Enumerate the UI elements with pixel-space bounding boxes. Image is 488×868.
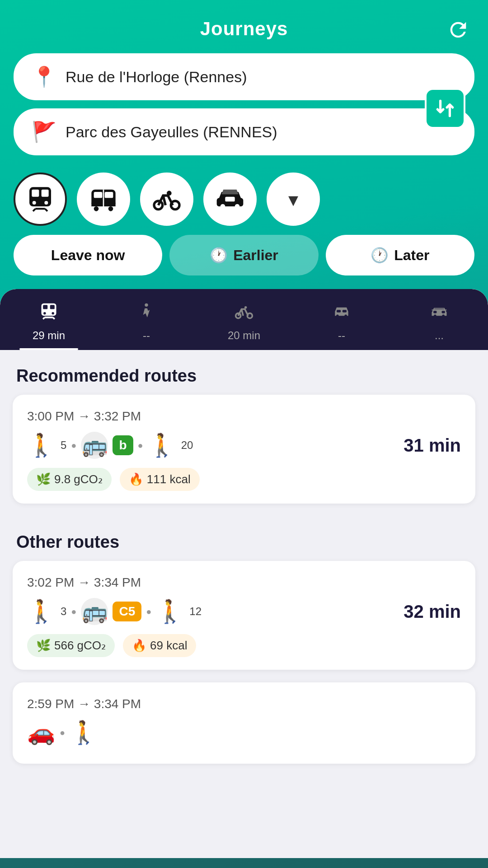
leaf-icon-1: 🌿 [36, 472, 51, 486]
svg-point-3 [33, 201, 36, 205]
svg-point-16 [221, 204, 225, 209]
walk-end-icon: 🚶 [148, 432, 176, 458]
svg-rect-18 [225, 197, 235, 202]
route-time-range-1: 3:00 PM → 3:32 PM [27, 409, 461, 424]
walk-end-count: 20 [181, 439, 193, 452]
mode-car[interactable] [203, 173, 257, 226]
route-eco-row-1: 🌿 9.8 gCO₂ 🔥 111 kcal [27, 468, 461, 491]
walk-start-count: 5 [61, 439, 66, 452]
svg-rect-6 [94, 192, 103, 198]
other-route-time-range-1: 3:02 PM → 3:34 PM [27, 575, 461, 590]
svg-rect-20 [43, 305, 47, 309]
tab-bike[interactable]: 20 min [195, 289, 293, 350]
flame-icon-1: 🔥 [129, 472, 143, 486]
tab-other[interactable]: ... [390, 289, 488, 350]
clock-icon: 🕐 [210, 247, 228, 264]
route-badge-c5: C5 [113, 602, 141, 621]
transit-tab-label: 29 min [33, 329, 65, 342]
leave-now-label: Leave now [51, 247, 125, 264]
svg-point-29 [344, 314, 347, 317]
recommended-section-title: Recommended routes [0, 350, 488, 395]
time-controls: Leave now 🕐 Earlier 🕐 Later [0, 235, 488, 289]
svg-point-8 [94, 206, 99, 211]
earlier-button[interactable]: 🕐 Earlier [169, 235, 318, 275]
other-route-eco-row-1: 🌿 566 gCO₂ 🔥 69 kcal [27, 634, 461, 657]
other-dot-sep-2: ● [146, 607, 151, 617]
recommended-route-card-1[interactable]: 3:00 PM → 3:32 PM 🚶 5 ● 🚌 b ● 🚶 20 31 mi… [13, 395, 475, 504]
walk-start-icon: 🚶 [27, 432, 55, 458]
other-route-middle-1: 🚶 3 ● 🚌 C5 ● 🚶 12 32 min [27, 598, 461, 625]
other-route-card-1[interactable]: 3:02 PM → 3:34 PM 🚶 3 ● 🚌 C5 ● 🚶 12 32 m… [13, 561, 475, 670]
mode-bus[interactable] [77, 173, 130, 226]
other-co2-value-1: 566 gCO₂ [54, 639, 106, 653]
mode-transit[interactable] [14, 173, 67, 226]
route-middle-1: 🚶 5 ● 🚌 b ● 🚶 20 31 min [27, 432, 461, 459]
co2-badge-1: 🌿 9.8 gCO₂ [27, 468, 112, 491]
other-route-icons-row-1: 🚶 3 ● 🚌 C5 ● 🚶 12 [27, 598, 202, 625]
car-tab-label: -- [338, 329, 345, 342]
walk-partial-icon: 🚶 [70, 719, 98, 746]
mode-bike[interactable] [140, 173, 193, 226]
other-kcal-value-1: 69 kcal [150, 639, 187, 653]
other-leaf-icon-1: 🌿 [36, 639, 51, 653]
bus-icon-1: 🚌 [81, 432, 108, 459]
destination-input[interactable]: 🚩 Parc des Gayeulles (RENNES) [14, 108, 474, 155]
refresh-button[interactable] [446, 18, 470, 46]
bike-tab-icon [234, 302, 254, 326]
svg-point-17 [235, 204, 240, 209]
other-walk-start-count: 3 [61, 605, 66, 618]
kcal-badge-1: 🔥 111 kcal [120, 468, 200, 491]
other-route-icons-row-2: 🚗 ● 🚶 [27, 719, 461, 746]
svg-point-32 [434, 314, 436, 317]
other-kcal-badge-1: 🔥 69 kcal [123, 634, 196, 657]
transit-tab-icon [39, 302, 59, 326]
svg-point-14 [167, 191, 172, 196]
tab-walk[interactable]: -- [98, 289, 195, 350]
partial-dot-sep: ● [60, 728, 65, 738]
tab-car[interactable]: -- [293, 289, 390, 350]
origin-text: Rue de l'Horloge (Rennes) [66, 68, 247, 86]
car-tab-icon [332, 302, 352, 326]
svg-point-23 [52, 312, 54, 315]
pin-icon: 📍 [32, 65, 56, 89]
co2-value-1: 9.8 gCO₂ [54, 472, 103, 486]
origin-input[interactable]: 📍 Rue de l'Horloge (Rennes) [14, 53, 474, 100]
clock-refresh-icon: 🕐 [371, 247, 389, 264]
svg-rect-31 [343, 310, 347, 313]
kcal-value-1: 111 kcal [147, 472, 191, 486]
other-route-card-2[interactable]: 2:59 PM → 3:34 PM 🚗 ● 🚶 [13, 682, 475, 764]
leave-now-button[interactable]: Leave now [14, 235, 162, 275]
swap-button[interactable] [425, 88, 465, 129]
svg-point-27 [244, 306, 247, 309]
route-badge-b: b [113, 435, 133, 455]
other-tab-icon [429, 302, 449, 326]
mode-more[interactable]: ▾ [267, 173, 320, 226]
mode-tabs: 29 min -- 20 min [0, 289, 488, 350]
earlier-label: Earlier [233, 247, 278, 264]
svg-rect-1 [32, 190, 39, 197]
other-flame-icon-1: 🔥 [132, 639, 146, 653]
transport-modes: ▾ [0, 168, 488, 235]
car-partial-icon: 🚗 [27, 719, 55, 746]
other-walk-end-count: 12 [189, 605, 202, 618]
svg-rect-2 [42, 190, 49, 197]
other-walk-start-icon: 🚶 [27, 598, 55, 625]
other-dot-sep-1: ● [71, 607, 76, 617]
walk-tab-label: -- [143, 329, 150, 342]
svg-rect-34 [433, 311, 436, 313]
svg-rect-7 [105, 192, 113, 198]
svg-point-9 [108, 206, 113, 211]
other-co2-badge-1: 🌿 566 gCO₂ [27, 634, 115, 657]
search-section: 📍 Rue de l'Horloge (Rennes) 🚩 Parc des G… [0, 49, 488, 168]
svg-point-33 [442, 314, 445, 317]
svg-point-4 [44, 201, 48, 205]
tab-transit[interactable]: 29 min [0, 289, 98, 350]
svg-rect-21 [50, 305, 55, 309]
svg-point-22 [43, 312, 46, 315]
walk-tab-icon [136, 302, 156, 326]
bike-tab-label: 20 min [228, 329, 260, 342]
dot-sep-2: ● [138, 440, 143, 451]
dot-sep-1: ● [71, 440, 76, 451]
later-button[interactable]: 🕐 Later [326, 235, 474, 275]
destination-text: Parc des Gayeulles (RENNES) [66, 123, 277, 141]
